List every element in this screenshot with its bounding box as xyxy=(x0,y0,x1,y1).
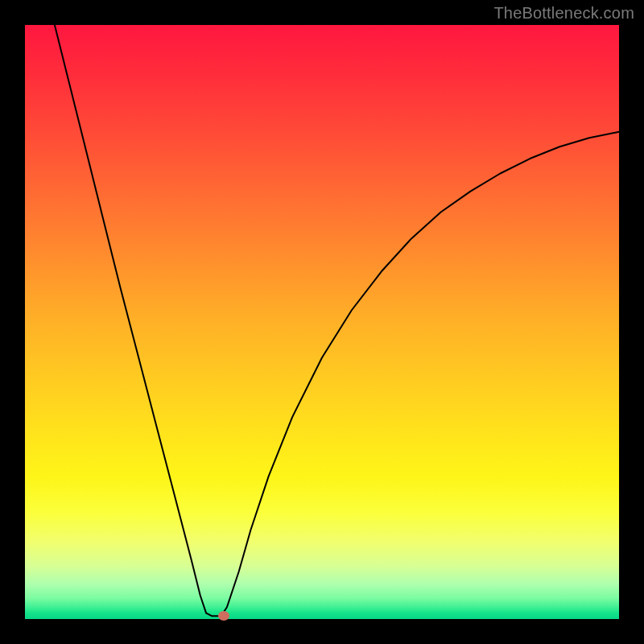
watermark-text: TheBottleneck.com xyxy=(493,4,634,23)
minimum-marker xyxy=(218,611,229,621)
curve-svg xyxy=(25,25,619,619)
chart-frame: TheBottleneck.com xyxy=(0,0,644,644)
bottleneck-curve xyxy=(55,25,619,616)
plot-area xyxy=(25,25,619,619)
